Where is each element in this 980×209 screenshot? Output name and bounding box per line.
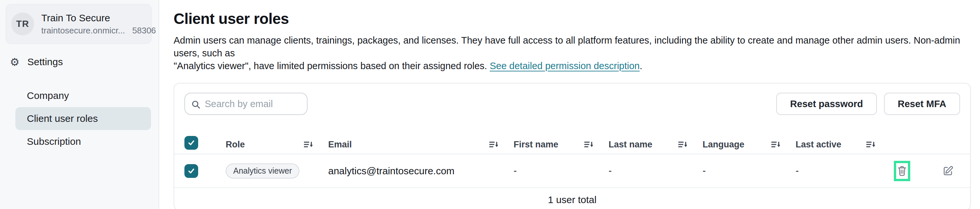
checkmark-icon [187, 167, 196, 175]
sort-email-button[interactable] [488, 140, 498, 149]
reset-mfa-button[interactable]: Reset MFA [884, 93, 960, 115]
org-id: 58306 [132, 26, 156, 36]
role-badge: Analytics viewer [226, 163, 299, 179]
description-line-2: "Analytics viewer", have limited permiss… [173, 60, 971, 72]
description-line-2-text: "Analytics viewer", have limited permiss… [173, 61, 487, 71]
sort-descending-icon [488, 140, 498, 149]
search-icon [191, 100, 201, 109]
search-box [185, 93, 307, 115]
row-last-active-cell: - [795, 166, 891, 176]
table-header-row: Role Email [174, 115, 970, 154]
sort-descending-icon [677, 140, 687, 149]
table-row[interactable]: Analytics viewer analytics@traintosecure… [174, 154, 970, 188]
delete-button-highlight [894, 161, 910, 181]
row-first-name-cell: - [514, 166, 609, 176]
row-checkbox[interactable] [185, 164, 198, 178]
org-domain: traintosecure.onmicr... [41, 26, 125, 36]
header-checkbox-cell [185, 136, 226, 150]
sort-last-active-button[interactable] [865, 140, 875, 149]
select-all-checkbox[interactable] [185, 136, 198, 150]
row-language-cell: - [703, 166, 795, 176]
column-header-first-name: First name [514, 140, 609, 150]
page-title: Client user roles [173, 10, 971, 27]
user-email: analytics@traintosecure.com [328, 166, 455, 176]
table-toolbar: Reset password Reset MFA [174, 83, 970, 115]
column-header-language: Language [703, 140, 795, 150]
org-avatar-initials: TR [16, 19, 29, 29]
sort-descending-icon [770, 140, 781, 149]
column-header-role: Role [226, 140, 328, 150]
main-content: Client user roles Admin users can manage… [159, 0, 980, 209]
sort-last-name-button[interactable] [677, 140, 687, 149]
toolbar-buttons: Reset password Reset MFA [776, 93, 960, 115]
org-name: Train To Secure [41, 13, 145, 24]
settings-nav: Company Client user roles Subscription [0, 84, 159, 153]
delete-user-button[interactable] [896, 165, 908, 177]
sidebar: TR Train To Secure traintosecure.onmicr.… [0, 0, 159, 209]
table-footer: 1 user total [174, 188, 970, 209]
sidebar-item-subscription[interactable]: Subscription [15, 130, 151, 153]
description-period: . [640, 61, 642, 71]
sidebar-item-company[interactable]: Company [15, 84, 151, 107]
org-sub: traintosecure.onmicr... 58306 [41, 26, 145, 36]
row-actions-cell [891, 161, 970, 181]
org-switcher-card[interactable]: TR Train To Secure traintosecure.onmicr.… [6, 4, 152, 44]
row-last-name-cell: - [609, 166, 703, 176]
gear-icon: ⚙ [10, 57, 20, 67]
page-description: Admin users can manage clients, training… [173, 34, 971, 72]
users-table: Role Email [174, 115, 970, 209]
sort-role-button[interactable] [303, 140, 313, 149]
permission-description-link[interactable]: See detailed permission description [490, 61, 640, 71]
row-role-cell: Analytics viewer [226, 163, 328, 179]
sort-descending-icon [303, 140, 313, 149]
sort-language-button[interactable] [770, 140, 781, 149]
column-header-last-active: Last active [795, 140, 891, 150]
sort-first-name-button[interactable] [583, 140, 593, 149]
trash-icon [896, 165, 908, 177]
settings-label: Settings [27, 56, 63, 67]
org-avatar: TR [11, 13, 34, 35]
row-checkbox-cell [185, 164, 226, 178]
user-total-text: 1 user total [548, 194, 597, 206]
column-header-email: Email [328, 140, 514, 150]
sort-descending-icon [583, 140, 593, 149]
column-header-last-name: Last name [609, 140, 703, 150]
checkmark-icon [187, 139, 196, 147]
edit-pencil-icon [942, 165, 954, 177]
row-email-cell: analytics@traintosecure.com [328, 166, 514, 177]
org-meta: Train To Secure traintosecure.onmicr... … [41, 13, 145, 36]
users-table-card: Reset password Reset MFA Role [173, 83, 971, 209]
sidebar-item-settings[interactable]: ⚙ Settings [0, 55, 159, 69]
sidebar-item-client-user-roles[interactable]: Client user roles [15, 107, 151, 130]
reset-password-button[interactable]: Reset password [776, 93, 877, 115]
search-input[interactable] [205, 99, 301, 109]
description-line-1: Admin users can manage clients, training… [173, 34, 971, 60]
sort-descending-icon [865, 140, 875, 149]
edit-user-button[interactable] [942, 165, 954, 177]
